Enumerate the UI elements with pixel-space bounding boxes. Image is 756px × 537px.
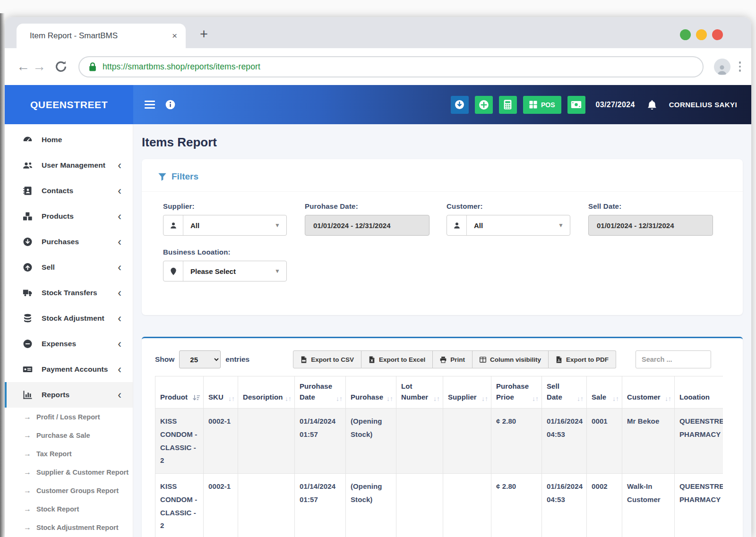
export-to-pdf-button[interactable]: Export to PDF (549, 350, 616, 368)
table-cell (238, 474, 295, 537)
add-button[interactable] (475, 96, 493, 114)
address-book-icon (23, 186, 33, 196)
sidebar-subitem-stock-report[interactable]: → Stock Report (5, 500, 133, 518)
forward-icon[interactable]: → (31, 59, 47, 74)
column-header-produot[interactable]: Produot (155, 376, 204, 409)
cash-button[interactable] (567, 96, 585, 114)
chart-bar-icon (23, 390, 33, 400)
notifications-bell-icon[interactable] (647, 100, 657, 110)
business-location-select[interactable]: Please Select ▼ (163, 261, 287, 281)
report-table-card: Show 25 entries Export to CSV Export to … (142, 337, 743, 537)
entries-select[interactable]: 25 (179, 350, 221, 368)
sort-arrows-icon: ↓↑ (665, 395, 671, 402)
address-bar[interactable]: https://smartbms.shop/reports/items-repo… (78, 56, 704, 77)
sort-arrows-icon: ↓↑ (577, 395, 584, 402)
brand-logo[interactable]: QUEENSTREET (5, 85, 133, 124)
current-date: 03/27/2024 (596, 101, 635, 109)
sidebar-subitem-customer-groups-report[interactable]: → Customer Groups Report (5, 481, 133, 500)
column-header-looation[interactable]: Looation↓↑ (675, 376, 723, 409)
sidebar-item-stock-transfers[interactable]: Stock Transfers ‹ (5, 280, 133, 306)
columns-icon (480, 356, 486, 363)
column-header-purohase[interactable]: Purohase↓↑ (346, 376, 396, 409)
info-icon[interactable] (165, 100, 175, 110)
export-button-group: Export to CSV Export to Excel Print Colu… (293, 350, 616, 368)
sidebar-item-contacts[interactable]: Contacts ‹ (5, 178, 133, 204)
supplier-select[interactable]: All ▼ (163, 215, 287, 236)
page-title: Items Report (142, 135, 743, 150)
page-edge-shadow (0, 13, 5, 537)
customer-select[interactable]: All ▼ (447, 215, 570, 236)
money-check-icon (23, 365, 33, 374)
sort-arrows-icon: ↓↑ (532, 395, 539, 402)
reload-icon[interactable] (54, 60, 68, 74)
users-icon (23, 161, 33, 170)
table-cell (396, 474, 443, 537)
traffic-light-red[interactable] (712, 29, 723, 40)
browser-tab[interactable]: Item Report - SmartBMS × (17, 24, 186, 48)
sell-date-label: Sell Date: (588, 202, 717, 210)
sort-arrows-icon: ↓↑ (481, 395, 488, 402)
column-header-purohase-date[interactable]: Purohase Date↓↑ (295, 376, 346, 409)
sort-arrows-icon: ↓↑ (228, 395, 235, 402)
filter-icon (158, 172, 167, 181)
sidebar-item-home[interactable]: Home (5, 127, 133, 153)
customer-value: All (467, 222, 558, 230)
table-cell: ¢ 2.80 (491, 474, 542, 537)
table-cell: Mr Bekoe (622, 409, 675, 474)
sidebar-item-reports[interactable]: Reports ‹ (5, 382, 133, 408)
purchase-date-input[interactable] (305, 215, 430, 236)
traffic-light-green[interactable] (680, 29, 691, 40)
print-button[interactable]: Print (433, 350, 472, 368)
minus-circle-icon (23, 339, 33, 349)
traffic-light-yellow[interactable] (696, 29, 707, 40)
caret-down-icon: ▼ (558, 222, 570, 229)
arrow-right-icon: → (24, 431, 31, 440)
arrow-right-icon: → (24, 450, 31, 458)
sidebar-item-expenses[interactable]: Expenses ‹ (5, 331, 133, 357)
column-header-sale[interactable]: Sale↓↑ (587, 376, 622, 409)
close-tab-icon[interactable]: × (172, 31, 177, 41)
column-header-lot-number[interactable]: Lot Number↓↑ (396, 376, 443, 409)
filters-heading: Filters (172, 171, 198, 182)
search-input[interactable] (636, 350, 711, 368)
sort-arrows-icon: ↓↑ (612, 395, 619, 402)
pos-button[interactable]: POS (523, 96, 561, 114)
calculator-button[interactable] (499, 96, 517, 114)
sidebar-subitem-purchase-sale[interactable]: → Purchase & Sale (5, 426, 133, 444)
table-cell: (Opening Stock) (346, 474, 396, 537)
download-button[interactable] (451, 96, 469, 114)
export-to-excel-button[interactable]: Export to Excel (361, 350, 433, 368)
sidebar-item-sell[interactable]: Sell ‹ (5, 255, 133, 280)
profile-avatar[interactable] (714, 59, 730, 75)
sidebar-subitem-supplier-customer-report[interactable]: → Supplier & Customer Report (5, 463, 133, 481)
column-header-desoription[interactable]: Desoription↓↑ (238, 376, 295, 409)
sidebar-subitem-tax-report[interactable]: → Tax Report (5, 444, 133, 463)
column-header-supplier[interactable]: Supplier↓↑ (443, 376, 491, 409)
supplier-label: Supplier: (163, 202, 292, 210)
sidebar-subitem-stock-adjustment-report[interactable]: → Stock Adjustment Report (5, 518, 133, 537)
circle-down-icon (23, 237, 33, 247)
export-to-csv-button[interactable]: Export to CSV (293, 350, 361, 368)
sidebar-item-stock-adjustment[interactable]: Stock Adjustment ‹ (5, 306, 133, 331)
column-header-purohase-prioe[interactable]: Purohase Prioe↓↑ (491, 376, 542, 409)
pdf-file-icon (556, 356, 562, 363)
sidebar-item-purchases[interactable]: Purchases ‹ (5, 229, 133, 255)
excel-file-icon (369, 356, 375, 363)
browser-menu-icon[interactable] (739, 61, 741, 72)
column-header-sku[interactable]: SKU↓↑ (204, 376, 238, 409)
column-header-sell-date[interactable]: Sell Date↓↑ (542, 376, 587, 409)
column-header-customer[interactable]: Customer↓↑ (622, 376, 675, 409)
hamburger-menu-icon[interactable] (145, 101, 155, 109)
user-name[interactable]: CORNELIUS SAKYI (669, 101, 737, 109)
sidebar-item-payment-accounts[interactable]: Payment Accounts ‹ (5, 357, 133, 382)
sell-date-input[interactable] (588, 215, 713, 236)
sidebar-item-products[interactable]: Products ‹ (5, 204, 133, 229)
table-cell: 0002-1 (204, 409, 238, 474)
table-cell (396, 409, 443, 474)
back-icon[interactable]: ← (15, 59, 31, 74)
new-tab-button[interactable]: + (200, 27, 208, 41)
sidebar-subitem-profit-loss-report[interactable]: → Profit / Loss Report (5, 408, 133, 426)
person-icon (447, 215, 467, 235)
column-visibility-button[interactable]: Column visibility (472, 350, 549, 368)
sidebar-item-user-management[interactable]: User Management ‹ (5, 153, 133, 178)
